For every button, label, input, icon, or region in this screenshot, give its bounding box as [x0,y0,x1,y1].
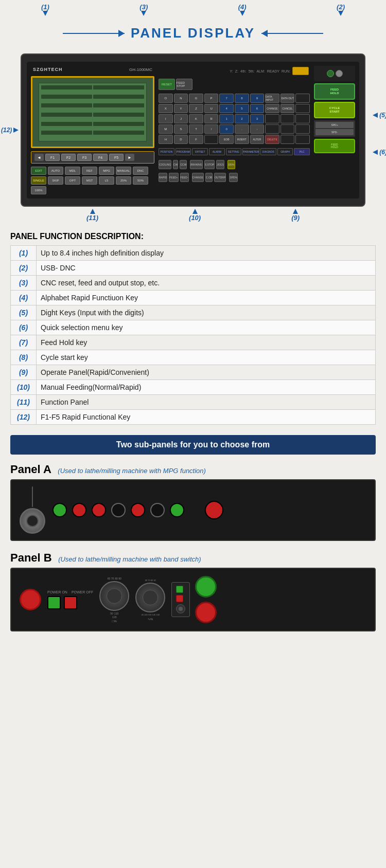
key-eob[interactable]: EOB [219,135,234,144]
panel-a-red3[interactable] [131,503,145,517]
panel-b-estop[interactable] [20,589,41,610]
dnc-btn[interactable]: DNC [133,167,148,175]
key-x[interactable]: X [159,104,173,113]
key-2[interactable]: 2 [235,114,249,123]
l5-btn[interactable]: L5 [99,176,114,185]
ref-btn[interactable]: REF [82,167,97,175]
key-0[interactable]: 0 [219,124,234,134]
key-z[interactable]: Z [189,104,203,113]
dial-1[interactable] [99,581,129,611]
fkey-f2[interactable]: F2 [61,154,76,161]
fkey-right-arrow[interactable]: ► [125,154,134,161]
op-ccw[interactable]: CCW [180,160,187,169]
panel-a-red1[interactable] [72,503,86,517]
key-i[interactable]: I [159,114,173,123]
fkey-f3[interactable]: F3 [77,154,92,161]
op-change2[interactable]: CHANGE [192,173,204,182]
skip-btn[interactable]: SKIP [48,176,63,185]
spd-minus[interactable]: SPD- [315,129,354,135]
op-rapid2[interactable]: RAPID [159,173,167,182]
mdl-btn[interactable]: MDL [65,167,80,175]
panel-b-green-btn[interactable] [195,576,217,598]
op-feed2[interactable]: FEED- [180,173,189,182]
key-change[interactable]: CHANGE [265,104,279,113]
fkey-f5[interactable]: F5 [109,154,124,161]
menu-program[interactable]: PROGRAM [176,148,191,155]
key-3[interactable]: 3 [250,114,265,123]
menu-parameter[interactable]: PARAMETER [242,148,259,155]
menu-offset[interactable]: OFFSET [192,148,208,155]
key-dot[interactable]: . [235,124,249,134]
menu-position[interactable]: POSITION [159,148,174,155]
mpg-btn[interactable]: MPG [99,167,114,175]
op-cw[interactable]: CW [173,160,178,169]
power-on-btn[interactable] [47,596,61,609]
menu-setting[interactable]: SETTING [226,148,242,155]
key-t[interactable]: T [189,124,203,134]
op-jogs[interactable]: JOGS [216,160,224,169]
key-insert[interactable]: INSERT [235,135,249,144]
panel-b-red-btn[interactable] [195,602,217,623]
key-minus[interactable]: - [250,124,265,134]
usb-button[interactable] [292,67,309,75]
key-d[interactable]: D [174,135,188,144]
key-cancel[interactable]: CANCEL [280,104,295,113]
op-stop[interactable]: S.STOP [204,160,215,169]
key-m[interactable]: M [159,124,173,134]
key-9[interactable]: 9 [250,94,265,103]
key-j[interactable]: J [174,114,188,123]
key-k[interactable]: K [189,114,203,123]
key-8[interactable]: 8 [235,94,249,103]
l100-btn[interactable]: 100% [31,186,46,194]
spd-plus[interactable]: SPD+ [315,122,354,128]
menu-alarm[interactable]: ALARM [209,148,225,155]
key-r[interactable]: R [204,114,219,123]
key-f-alpha[interactable]: F [189,135,203,144]
key-6[interactable]: 6 [250,104,265,113]
edit-btn[interactable]: EDIT [31,167,46,175]
key-h[interactable]: H [159,135,173,144]
feed-stop-key[interactable]: FEED STOP [176,79,192,90]
key-g[interactable]: G [189,94,203,103]
key-o[interactable]: O [159,94,173,103]
opt-btn[interactable]: OPT [65,176,80,185]
reset-key[interactable]: RESET [159,79,175,90]
l50-btn[interactable]: 50% [133,176,148,185]
key-4[interactable]: 4 [219,104,234,113]
op-cob[interactable]: C.OB [205,173,213,182]
key-u[interactable]: U [204,104,219,113]
key-s[interactable]: S [174,124,188,134]
op-rapid[interactable]: 100% [227,160,235,169]
op-outdrp[interactable]: OUTDRP [214,173,226,182]
auto-btn[interactable]: AUTO [48,167,63,175]
key-7[interactable]: 7 [219,94,234,103]
op-feed[interactable]: FEED+ [169,173,178,182]
power-off-btn[interactable] [64,596,77,609]
dial-2[interactable] [135,583,165,612]
key-p[interactable]: P [204,94,219,103]
feed-hold-button[interactable]: FEEDHOLD [314,83,355,100]
fkey-left-arrow[interactable]: ◄ [34,154,44,161]
key-slash[interactable]: / [204,124,219,134]
op-spd[interactable]: SPD% [229,173,238,182]
mst-btn[interactable]: MST [82,176,97,185]
op-cooling[interactable]: COOLING [159,160,171,169]
manual-btn[interactable]: MANUAL [116,167,131,175]
op-broking[interactable]: BRAKING [190,160,203,169]
key-data-input[interactable]: DATA INPUT [265,94,279,103]
key-n[interactable]: N [174,94,188,103]
panel-a-black1[interactable] [111,503,126,517]
key-y-alpha[interactable]: Y [174,104,188,113]
menu-graph[interactable]: GRAPH [277,148,293,155]
fkey-f4[interactable]: F4 [93,154,108,161]
l25-btn[interactable]: 25% [116,176,131,185]
key-delete[interactable]: DELETE [265,135,279,144]
feedhold-main[interactable]: FEEDHOLD [314,139,355,153]
key-data-output[interactable]: DATA OUT [280,94,295,103]
key-alter[interactable]: ALTER [250,135,265,144]
menu-diagnos[interactable]: DIAGNOS [260,148,276,155]
key-1[interactable]: 1 [219,114,234,123]
fkey-f1[interactable]: F1 [45,154,60,161]
panel-a-green2[interactable] [170,503,184,517]
panel-a-estop[interactable] [205,501,223,519]
